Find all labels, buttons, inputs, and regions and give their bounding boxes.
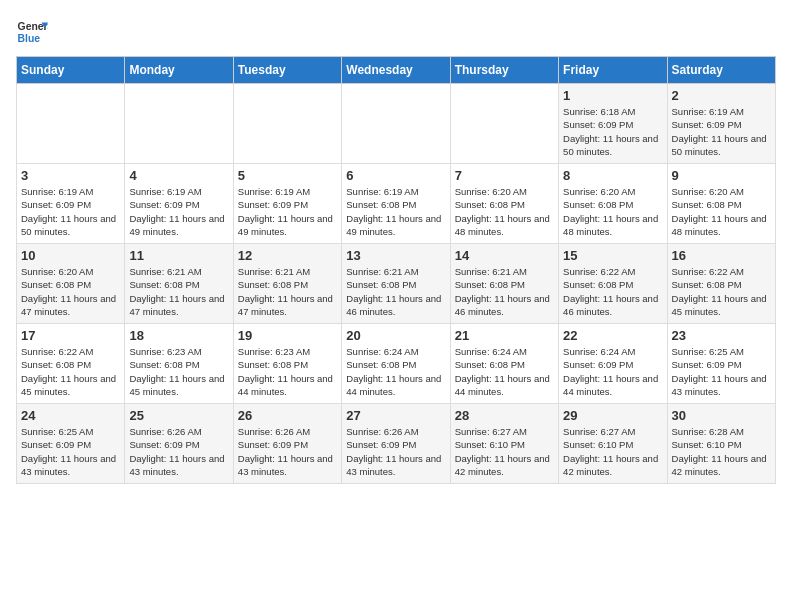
day-number: 18 — [129, 328, 228, 343]
cell-content: Sunrise: 6:26 AM Sunset: 6:09 PM Dayligh… — [346, 425, 445, 478]
day-number: 13 — [346, 248, 445, 263]
cell-content: Sunrise: 6:18 AM Sunset: 6:09 PM Dayligh… — [563, 105, 662, 158]
cell-content: Sunrise: 6:20 AM Sunset: 6:08 PM Dayligh… — [563, 185, 662, 238]
calendar-cell: 13Sunrise: 6:21 AM Sunset: 6:08 PM Dayli… — [342, 244, 450, 324]
cell-content: Sunrise: 6:20 AM Sunset: 6:08 PM Dayligh… — [21, 265, 120, 318]
week-row: 3Sunrise: 6:19 AM Sunset: 6:09 PM Daylig… — [17, 164, 776, 244]
calendar-cell: 18Sunrise: 6:23 AM Sunset: 6:08 PM Dayli… — [125, 324, 233, 404]
day-number: 2 — [672, 88, 771, 103]
calendar-cell: 19Sunrise: 6:23 AM Sunset: 6:08 PM Dayli… — [233, 324, 341, 404]
calendar-cell — [17, 84, 125, 164]
calendar-cell: 27Sunrise: 6:26 AM Sunset: 6:09 PM Dayli… — [342, 404, 450, 484]
header-row: SundayMondayTuesdayWednesdayThursdayFrid… — [17, 57, 776, 84]
day-header-monday: Monday — [125, 57, 233, 84]
calendar-cell: 1Sunrise: 6:18 AM Sunset: 6:09 PM Daylig… — [559, 84, 667, 164]
cell-content: Sunrise: 6:26 AM Sunset: 6:09 PM Dayligh… — [238, 425, 337, 478]
cell-content: Sunrise: 6:19 AM Sunset: 6:08 PM Dayligh… — [346, 185, 445, 238]
calendar-cell: 22Sunrise: 6:24 AM Sunset: 6:09 PM Dayli… — [559, 324, 667, 404]
day-number: 22 — [563, 328, 662, 343]
cell-content: Sunrise: 6:21 AM Sunset: 6:08 PM Dayligh… — [346, 265, 445, 318]
cell-content: Sunrise: 6:25 AM Sunset: 6:09 PM Dayligh… — [672, 345, 771, 398]
calendar-cell: 7Sunrise: 6:20 AM Sunset: 6:08 PM Daylig… — [450, 164, 558, 244]
cell-content: Sunrise: 6:19 AM Sunset: 6:09 PM Dayligh… — [238, 185, 337, 238]
day-number: 14 — [455, 248, 554, 263]
day-number: 3 — [21, 168, 120, 183]
calendar-cell: 25Sunrise: 6:26 AM Sunset: 6:09 PM Dayli… — [125, 404, 233, 484]
cell-content: Sunrise: 6:22 AM Sunset: 6:08 PM Dayligh… — [672, 265, 771, 318]
cell-content: Sunrise: 6:23 AM Sunset: 6:08 PM Dayligh… — [238, 345, 337, 398]
cell-content: Sunrise: 6:26 AM Sunset: 6:09 PM Dayligh… — [129, 425, 228, 478]
calendar-cell: 28Sunrise: 6:27 AM Sunset: 6:10 PM Dayli… — [450, 404, 558, 484]
calendar-cell: 21Sunrise: 6:24 AM Sunset: 6:08 PM Dayli… — [450, 324, 558, 404]
calendar-cell: 11Sunrise: 6:21 AM Sunset: 6:08 PM Dayli… — [125, 244, 233, 324]
day-number: 9 — [672, 168, 771, 183]
cell-content: Sunrise: 6:21 AM Sunset: 6:08 PM Dayligh… — [238, 265, 337, 318]
day-number: 1 — [563, 88, 662, 103]
cell-content: Sunrise: 6:19 AM Sunset: 6:09 PM Dayligh… — [672, 105, 771, 158]
day-number: 16 — [672, 248, 771, 263]
cell-content: Sunrise: 6:24 AM Sunset: 6:09 PM Dayligh… — [563, 345, 662, 398]
day-header-friday: Friday — [559, 57, 667, 84]
week-row: 17Sunrise: 6:22 AM Sunset: 6:08 PM Dayli… — [17, 324, 776, 404]
cell-content: Sunrise: 6:25 AM Sunset: 6:09 PM Dayligh… — [21, 425, 120, 478]
cell-content: Sunrise: 6:19 AM Sunset: 6:09 PM Dayligh… — [129, 185, 228, 238]
day-number: 30 — [672, 408, 771, 423]
week-row: 24Sunrise: 6:25 AM Sunset: 6:09 PM Dayli… — [17, 404, 776, 484]
calendar-body: 1Sunrise: 6:18 AM Sunset: 6:09 PM Daylig… — [17, 84, 776, 484]
cell-content: Sunrise: 6:22 AM Sunset: 6:08 PM Dayligh… — [21, 345, 120, 398]
day-number: 7 — [455, 168, 554, 183]
calendar-header: SundayMondayTuesdayWednesdayThursdayFrid… — [17, 57, 776, 84]
day-number: 10 — [21, 248, 120, 263]
cell-content: Sunrise: 6:24 AM Sunset: 6:08 PM Dayligh… — [455, 345, 554, 398]
day-number: 15 — [563, 248, 662, 263]
cell-content: Sunrise: 6:21 AM Sunset: 6:08 PM Dayligh… — [129, 265, 228, 318]
calendar-cell: 14Sunrise: 6:21 AM Sunset: 6:08 PM Dayli… — [450, 244, 558, 324]
calendar-cell: 12Sunrise: 6:21 AM Sunset: 6:08 PM Dayli… — [233, 244, 341, 324]
day-number: 12 — [238, 248, 337, 263]
cell-content: Sunrise: 6:24 AM Sunset: 6:08 PM Dayligh… — [346, 345, 445, 398]
calendar-cell: 26Sunrise: 6:26 AM Sunset: 6:09 PM Dayli… — [233, 404, 341, 484]
cell-content: Sunrise: 6:21 AM Sunset: 6:08 PM Dayligh… — [455, 265, 554, 318]
calendar-cell: 5Sunrise: 6:19 AM Sunset: 6:09 PM Daylig… — [233, 164, 341, 244]
logo-icon: General Blue — [16, 16, 48, 48]
day-number: 24 — [21, 408, 120, 423]
cell-content: Sunrise: 6:27 AM Sunset: 6:10 PM Dayligh… — [455, 425, 554, 478]
calendar-cell: 4Sunrise: 6:19 AM Sunset: 6:09 PM Daylig… — [125, 164, 233, 244]
day-number: 11 — [129, 248, 228, 263]
day-number: 26 — [238, 408, 337, 423]
calendar-cell — [233, 84, 341, 164]
day-number: 25 — [129, 408, 228, 423]
calendar-table: SundayMondayTuesdayWednesdayThursdayFrid… — [16, 56, 776, 484]
day-number: 8 — [563, 168, 662, 183]
logo: General Blue — [16, 16, 48, 48]
calendar-cell — [342, 84, 450, 164]
calendar-cell: 10Sunrise: 6:20 AM Sunset: 6:08 PM Dayli… — [17, 244, 125, 324]
cell-content: Sunrise: 6:23 AM Sunset: 6:08 PM Dayligh… — [129, 345, 228, 398]
svg-text:Blue: Blue — [18, 33, 41, 44]
day-number: 20 — [346, 328, 445, 343]
calendar-cell: 2Sunrise: 6:19 AM Sunset: 6:09 PM Daylig… — [667, 84, 775, 164]
week-row: 1Sunrise: 6:18 AM Sunset: 6:09 PM Daylig… — [17, 84, 776, 164]
calendar-cell: 20Sunrise: 6:24 AM Sunset: 6:08 PM Dayli… — [342, 324, 450, 404]
calendar-cell: 6Sunrise: 6:19 AM Sunset: 6:08 PM Daylig… — [342, 164, 450, 244]
page-header: General Blue — [16, 16, 776, 48]
calendar-cell: 29Sunrise: 6:27 AM Sunset: 6:10 PM Dayli… — [559, 404, 667, 484]
week-row: 10Sunrise: 6:20 AM Sunset: 6:08 PM Dayli… — [17, 244, 776, 324]
day-header-tuesday: Tuesday — [233, 57, 341, 84]
day-number: 27 — [346, 408, 445, 423]
calendar-cell: 3Sunrise: 6:19 AM Sunset: 6:09 PM Daylig… — [17, 164, 125, 244]
cell-content: Sunrise: 6:19 AM Sunset: 6:09 PM Dayligh… — [21, 185, 120, 238]
calendar-cell — [125, 84, 233, 164]
day-header-sunday: Sunday — [17, 57, 125, 84]
day-number: 28 — [455, 408, 554, 423]
cell-content: Sunrise: 6:20 AM Sunset: 6:08 PM Dayligh… — [672, 185, 771, 238]
calendar-cell: 23Sunrise: 6:25 AM Sunset: 6:09 PM Dayli… — [667, 324, 775, 404]
day-number: 29 — [563, 408, 662, 423]
cell-content: Sunrise: 6:22 AM Sunset: 6:08 PM Dayligh… — [563, 265, 662, 318]
day-number: 23 — [672, 328, 771, 343]
cell-content: Sunrise: 6:27 AM Sunset: 6:10 PM Dayligh… — [563, 425, 662, 478]
calendar-cell — [450, 84, 558, 164]
day-header-wednesday: Wednesday — [342, 57, 450, 84]
day-number: 4 — [129, 168, 228, 183]
calendar-cell: 16Sunrise: 6:22 AM Sunset: 6:08 PM Dayli… — [667, 244, 775, 324]
